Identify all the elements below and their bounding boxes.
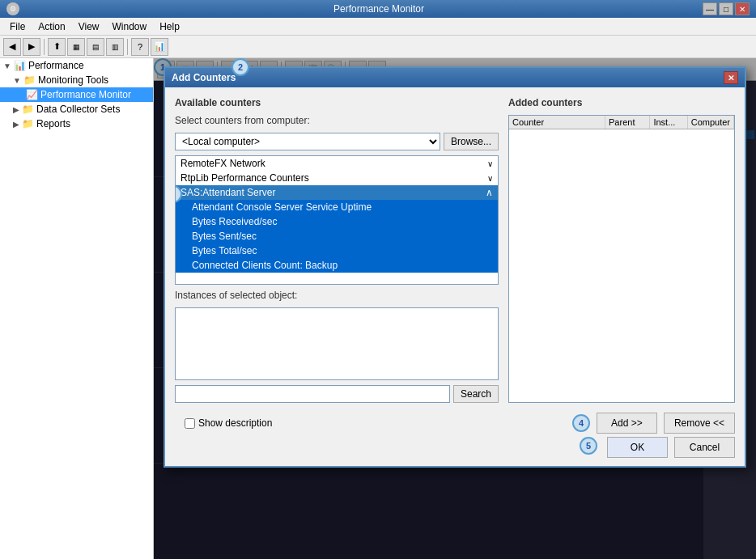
search-button[interactable]: Search [453,385,499,403]
remotefx-chevron: ∨ [487,159,493,168]
counter-rtplib-label: RtpLib Performance Counters [181,172,309,184]
sidebar-item-data-collector[interactable]: ▶ 📁 Data Collector Sets [0,102,153,116]
toolbar-separator-2 [127,39,128,55]
counter-item-sas[interactable]: SAS:Attendant Server ∧ [176,185,498,200]
available-counters-label: Available counters [175,97,499,108]
monitoring-folder-icon: 📁 [23,74,36,86]
dialog-title: Add Counters [172,72,236,83]
dialog-footer: 5 OK Cancel [165,437,745,466]
toolbar-forward[interactable]: ▶ [23,38,40,56]
sidebar-monitoring-label: Monitoring Tools [38,74,108,86]
select-from-label: Select counters from computer: [175,115,499,126]
minimize-button[interactable]: — [703,2,717,15]
sidebar-item-perf-monitor[interactable]: 📈 Performance Monitor [0,87,153,102]
reports-folder-icon: 📁 [22,118,34,129]
col-header-inst: Inst... [650,116,687,129]
perf-monitor-icon: 📈 [26,89,38,100]
toolbar-view1[interactable]: ▦ [67,38,85,56]
counter-list[interactable]: 3 RemoteFX Network ∨ RtpLib Performance … [175,155,499,285]
added-counters-table: Counter Parent Inst... Computer [508,115,735,403]
toolbar-view3[interactable]: ▥ [106,38,124,56]
right-panel: Added counters Counter Parent Inst... Co… [508,97,735,403]
search-input[interactable] [175,385,450,403]
counter-bytes-recv-label: Bytes Received/sec [192,216,277,227]
menu-file[interactable]: File [3,19,32,34]
counter-sas-label: SAS:Attendant Server [181,187,275,198]
sidebar-item-performance[interactable]: ▼ 📊 Performance [0,58,153,73]
add-counters-dialog: 2 Add Counters ✕ Available counters Sele… [164,66,746,468]
sas-chevron: ∧ [486,187,493,198]
cancel-button[interactable]: Cancel [674,437,735,458]
close-button[interactable]: ✕ [735,2,750,15]
ok-button[interactable]: OK [607,437,668,458]
sidebar-item-reports[interactable]: ▶ 📁 Reports [0,116,153,131]
counter-connected-label: Connected Clients Count: Backup [192,260,338,271]
annotation-4: 4 [572,414,590,432]
middle-footer: Show description 4 Add >> Remove << [165,413,745,437]
computer-select-row: <Local computer> Browse... [175,133,499,150]
menu-window[interactable]: Window [106,19,154,34]
app-icon: ⚙ [6,2,19,15]
main-toolbar: ◀ ▶ ⬆ ▦ ▤ ▥ ? 📊 [0,36,756,58]
counter-item-bytes-recv[interactable]: Bytes Received/sec [176,214,498,229]
left-panel: Available counters Select counters from … [175,97,499,403]
sidebar: ▼ 📊 Performance ▼ 📁 Monitoring Tools 📈 P… [0,58,154,559]
menu-view[interactable]: View [72,19,106,34]
expand-icon: ▼ [3,61,11,70]
title-bar: ⚙ Performance Monitor — □ ✕ [0,0,756,18]
modal-overlay: 2 Add Counters ✕ Available counters Sele… [154,58,756,559]
menu-action[interactable]: Action [32,19,71,34]
reports-expand-icon: ▶ [13,120,19,129]
col-header-computer: Computer [688,116,734,129]
restore-button[interactable]: □ [719,2,733,15]
instances-box [175,307,499,380]
app-title: Performance Monitor [55,3,703,15]
add-button[interactable]: Add >> [597,413,657,434]
rtplib-chevron: ∨ [487,174,493,183]
col-header-parent: Parent [605,116,650,129]
instances-label: Instances of selected object: [175,290,499,301]
show-description-label: Show description [198,417,272,429]
counter-item-connected-clients[interactable]: Connected Clients Count: Backup [176,258,498,273]
annotation-5: 5 [580,437,597,455]
added-counters-label: Added counters [508,97,735,108]
sidebar-performance-label: Performance [28,60,84,71]
main-layout: ▼ 📊 Performance ▼ 📁 Monitoring Tools 📈 P… [0,58,756,559]
data-collector-expand-icon: ▶ [13,105,19,114]
sidebar-item-monitoring-tools[interactable]: ▼ 📁 Monitoring Tools [0,73,153,87]
dialog-body: Available counters Select counters from … [165,87,745,413]
remove-button[interactable]: Remove << [664,413,735,434]
show-description-checkbox[interactable] [185,418,195,429]
browse-button[interactable]: Browse... [444,133,499,150]
counter-bytes-sent-label: Bytes Sent/sec [192,231,257,242]
counter-item-rtplib[interactable]: RtpLib Performance Counters ∨ [176,171,498,185]
content-area: 📊 ▦ ▼ + ✕ ✏ ⧉ 📋 🔍 ⏸ ⏭ [154,58,756,559]
data-collector-folder-icon: 📁 [22,104,34,115]
sidebar-data-collector-label: Data Collector Sets [36,104,120,115]
counter-item-remotefx[interactable]: RemoteFX Network ∨ [176,156,498,171]
toolbar-view2[interactable]: ▤ [87,38,104,56]
monitoring-expand-icon: ▼ [13,76,21,85]
counter-item-uptime[interactable]: Attendant Console Server Service Uptime [176,200,498,214]
menu-bar: File Action View Window Help [0,18,756,36]
counter-item-bytes-sent[interactable]: Bytes Sent/sec [176,229,498,244]
counter-uptime-label: Attendant Console Server Service Uptime [192,201,372,213]
sidebar-reports-label: Reports [36,118,70,129]
show-description-row: Show description [175,414,282,432]
toolbar-separator-1 [44,39,45,55]
counter-action-buttons: 4 Add >> Remove << [572,413,735,434]
computer-select[interactable]: <Local computer> [175,133,440,150]
menu-help[interactable]: Help [153,19,186,34]
toolbar-back[interactable]: ◀ [3,38,21,56]
search-row: Search [175,385,499,403]
toolbar-up[interactable]: ⬆ [48,38,66,56]
counter-item-bytes-total[interactable]: Bytes Total/sec [176,244,498,258]
dialog-title-bar: Add Counters ✕ [165,68,745,87]
counter-remotefx-label: RemoteFX Network [181,158,265,169]
toolbar-help[interactable]: ? [131,38,149,56]
table-header: Counter Parent Inst... Computer [509,116,734,129]
toolbar-monitor[interactable]: 📊 [151,38,168,56]
counter-bytes-total-label: Bytes Total/sec [192,245,257,256]
performance-icon: 📊 [14,60,26,71]
dialog-close-button[interactable]: ✕ [724,71,738,84]
